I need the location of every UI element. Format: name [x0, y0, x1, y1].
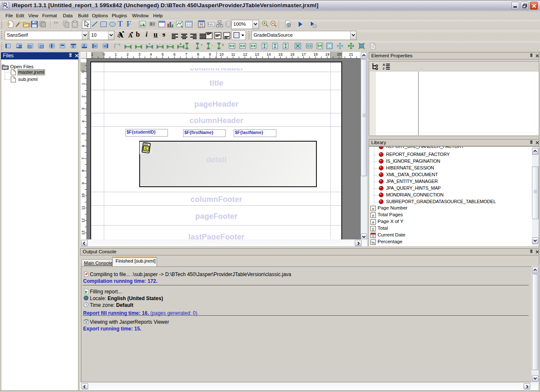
svg-text:-: -: [170, 43, 171, 46]
svg-text:A: A: [119, 32, 124, 39]
svg-text:+: +: [201, 43, 202, 46]
svg-text:+: +: [148, 43, 150, 46]
svg-text:-: -: [159, 43, 161, 46]
svg-text:0: 0: [222, 43, 224, 46]
svg-text:%: %: [371, 241, 375, 245]
svg-text:ab: ab: [210, 23, 213, 26]
svg-text:Σ: Σ: [372, 227, 375, 231]
svg-text:#: #: [372, 214, 374, 218]
svg-text:2: 2: [383, 67, 385, 70]
svg-text:-: -: [212, 43, 213, 46]
svg-text:#: #: [372, 220, 374, 225]
svg-text:#: #: [372, 207, 374, 211]
svg-text:A: A: [383, 63, 385, 67]
svg-text:0: 0: [180, 43, 181, 46]
